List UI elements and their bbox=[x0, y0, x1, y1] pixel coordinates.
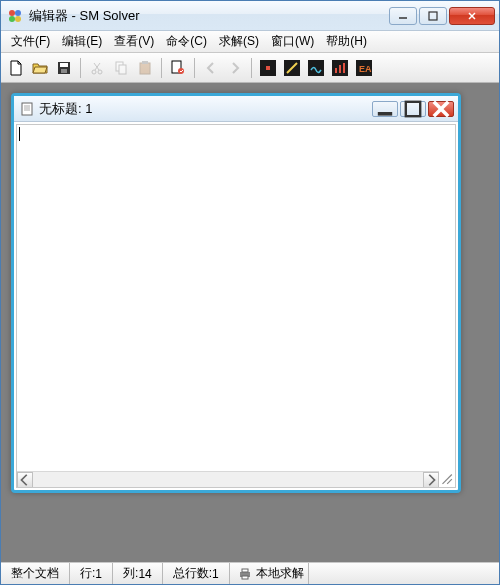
svg-rect-29 bbox=[343, 63, 345, 73]
open-file-button[interactable] bbox=[29, 57, 51, 79]
svg-rect-44 bbox=[242, 569, 248, 572]
svg-line-41 bbox=[447, 479, 452, 484]
tool-dark-1[interactable] bbox=[257, 57, 279, 79]
tool-dark-4[interactable] bbox=[329, 57, 351, 79]
cut-button bbox=[86, 57, 108, 79]
svg-text:EA: EA bbox=[359, 64, 372, 74]
menu-help[interactable]: 帮助(H) bbox=[320, 31, 373, 52]
svg-point-20 bbox=[178, 68, 184, 74]
status-total-lines: 总行数:1 bbox=[163, 563, 230, 584]
svg-point-2 bbox=[9, 16, 15, 22]
status-column: 列:14 bbox=[113, 563, 163, 584]
resize-grip[interactable] bbox=[439, 471, 453, 485]
maximize-button[interactable] bbox=[419, 7, 447, 25]
tool-dark-3[interactable] bbox=[305, 57, 327, 79]
status-scope: 整个文档 bbox=[1, 563, 70, 584]
menu-file[interactable]: 文件(F) bbox=[5, 31, 56, 52]
doc-maximize-button[interactable] bbox=[400, 101, 426, 117]
svg-rect-18 bbox=[142, 61, 148, 64]
svg-point-12 bbox=[98, 70, 102, 74]
svg-line-13 bbox=[95, 63, 100, 70]
tool-dark-2[interactable] bbox=[281, 57, 303, 79]
status-line: 行:1 bbox=[70, 563, 113, 584]
separator bbox=[251, 58, 252, 78]
svg-point-11 bbox=[92, 70, 96, 74]
document-icon bbox=[20, 102, 34, 116]
paste-button bbox=[134, 57, 156, 79]
menu-command[interactable]: 命令(C) bbox=[160, 31, 213, 52]
svg-line-14 bbox=[94, 63, 99, 70]
svg-rect-27 bbox=[335, 68, 337, 73]
window-controls bbox=[389, 7, 495, 25]
minimize-button[interactable] bbox=[389, 7, 417, 25]
save-file-button[interactable] bbox=[53, 57, 75, 79]
menu-window[interactable]: 窗口(W) bbox=[265, 31, 320, 52]
toolbar: EA bbox=[1, 53, 499, 83]
scroll-left-icon[interactable] bbox=[17, 472, 33, 488]
svg-point-0 bbox=[9, 10, 15, 16]
workspace: 无标题: 1 bbox=[1, 83, 499, 562]
svg-rect-22 bbox=[266, 66, 270, 70]
scrollbar-track[interactable] bbox=[33, 472, 423, 487]
doc-minimize-button[interactable] bbox=[372, 101, 398, 117]
printer-icon bbox=[238, 568, 252, 580]
svg-rect-5 bbox=[429, 12, 437, 20]
main-window: 编辑器 - SM Solver 文件(F) 编辑(E) 查看(V) 命令(C) … bbox=[0, 0, 500, 585]
app-icon bbox=[7, 8, 23, 24]
svg-rect-32 bbox=[22, 103, 32, 115]
separator bbox=[80, 58, 81, 78]
svg-point-1 bbox=[15, 10, 21, 16]
text-cursor bbox=[19, 127, 20, 141]
svg-rect-16 bbox=[119, 65, 126, 74]
status-solve-label: 本地求解 bbox=[256, 565, 304, 582]
status-scope-label: 整个文档 bbox=[11, 565, 59, 582]
menu-view[interactable]: 查看(V) bbox=[108, 31, 160, 52]
svg-point-3 bbox=[15, 16, 21, 22]
statusbar: 整个文档 行:1 列:14 总行数:1 本地求解 bbox=[1, 562, 499, 584]
document-window[interactable]: 无标题: 1 bbox=[11, 93, 461, 493]
menubar: 文件(F) 编辑(E) 查看(V) 命令(C) 求解(S) 窗口(W) 帮助(H… bbox=[1, 31, 499, 53]
svg-rect-9 bbox=[60, 63, 68, 67]
svg-rect-25 bbox=[308, 60, 324, 76]
close-button[interactable] bbox=[449, 7, 495, 25]
properties-button[interactable] bbox=[167, 57, 189, 79]
menu-edit[interactable]: 编辑(E) bbox=[56, 31, 108, 52]
forward-button bbox=[224, 57, 246, 79]
separator bbox=[194, 58, 195, 78]
titlebar[interactable]: 编辑器 - SM Solver bbox=[1, 1, 499, 31]
svg-rect-45 bbox=[242, 576, 248, 579]
document-titlebar[interactable]: 无标题: 1 bbox=[14, 96, 458, 122]
svg-line-40 bbox=[443, 475, 452, 484]
svg-rect-10 bbox=[61, 69, 67, 73]
horizontal-scrollbar[interactable] bbox=[17, 471, 439, 487]
document-title: 无标题: 1 bbox=[39, 100, 372, 118]
new-file-button[interactable] bbox=[5, 57, 27, 79]
menu-solve[interactable]: 求解(S) bbox=[213, 31, 265, 52]
app-title: 编辑器 - SM Solver bbox=[29, 7, 389, 25]
document-controls bbox=[372, 101, 454, 117]
svg-rect-28 bbox=[339, 65, 341, 73]
copy-button bbox=[110, 57, 132, 79]
scroll-right-icon[interactable] bbox=[423, 472, 439, 488]
back-button bbox=[200, 57, 222, 79]
svg-rect-37 bbox=[406, 101, 420, 115]
status-solve-mode: 本地求解 bbox=[230, 563, 309, 584]
document-body bbox=[14, 122, 458, 490]
tool-dark-5[interactable]: EA bbox=[353, 57, 375, 79]
text-editor[interactable] bbox=[16, 124, 456, 488]
svg-rect-17 bbox=[140, 63, 150, 74]
doc-close-button[interactable] bbox=[428, 101, 454, 117]
separator bbox=[161, 58, 162, 78]
